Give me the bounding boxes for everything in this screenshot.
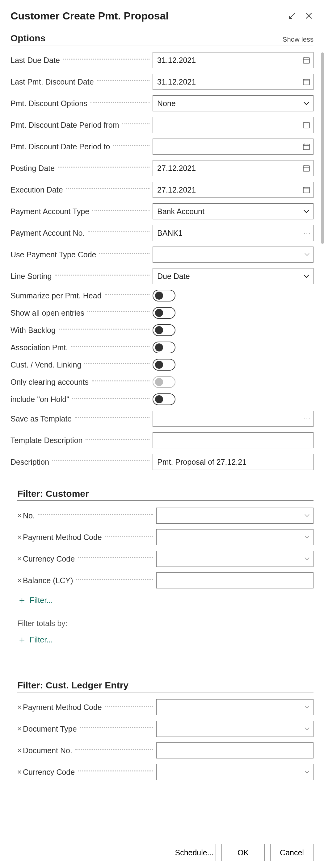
input-last-due-date[interactable]	[153, 52, 314, 68]
select-use-payment-type-code[interactable]	[153, 247, 314, 262]
toggle-cust-vend-linking[interactable]	[153, 359, 175, 371]
input-pmt-discount-date-to[interactable]	[153, 138, 314, 155]
input-template-description[interactable]	[153, 432, 314, 448]
select-line-sorting[interactable]	[153, 268, 314, 284]
label-pmt-discount-date-to: Pmt. Discount Date Period to	[10, 142, 110, 151]
toggle-only-clearing-accounts	[153, 376, 175, 388]
filter-customer-head: Filter: Customer	[17, 489, 314, 501]
add-filter-customer[interactable]: ＋ Filter...	[17, 594, 314, 607]
show-less-link[interactable]: Show less	[283, 35, 314, 43]
add-filter-totals-label: Filter...	[30, 636, 53, 644]
label-cle-document-no: Document No.	[23, 746, 72, 755]
add-filter-totals[interactable]: ＋ Filter...	[17, 633, 314, 646]
filter-cle-head: Filter: Cust. Ledger Entry	[17, 680, 314, 692]
add-filter-label: Filter...	[30, 596, 53, 605]
row-fc-no: × No.	[17, 507, 314, 524]
input-fc-payment-method-code[interactable]	[156, 529, 314, 545]
toggle-show-all-open-entries[interactable]	[153, 307, 175, 319]
row-fc-balance-lcy: × Balance (LCY)	[17, 572, 314, 588]
row-payment-account-type: Payment Account Type	[10, 203, 314, 219]
options-heading: Options	[10, 33, 46, 43]
scrollbar-thumb[interactable]	[321, 53, 324, 244]
row-cust-vend-linking: Cust. / Vend. Linking	[10, 359, 314, 371]
plus-icon: ＋	[17, 633, 27, 646]
toggle-summarize-per-pmt-head[interactable]	[153, 290, 175, 302]
input-fc-currency-code[interactable]	[156, 551, 314, 567]
label-last-due-date: Last Due Date	[10, 56, 60, 65]
row-execution-date: Execution Date	[10, 182, 314, 198]
label-execution-date: Execution Date	[10, 185, 63, 194]
remove-filter-icon[interactable]: ×	[17, 512, 22, 519]
row-use-payment-type-code: Use Payment Type Code	[10, 247, 314, 262]
dialog-header: Customer Create Pmt. Proposal	[10, 10, 314, 22]
label-posting-date: Posting Date	[10, 164, 55, 173]
row-association-pmt: Association Pmt.	[10, 342, 314, 353]
label-pmt-discount-options: Pmt. Discount Options	[10, 99, 87, 108]
select-payment-account-type[interactable]	[153, 203, 314, 219]
label-template-description: Template Description	[10, 436, 83, 445]
remove-filter-icon[interactable]: ×	[17, 725, 22, 733]
filter-customer-heading: Filter: Customer	[17, 489, 89, 499]
remove-filter-icon[interactable]: ×	[17, 704, 22, 711]
row-description: Description	[10, 454, 314, 470]
input-cle-document-type[interactable]	[156, 721, 314, 737]
row-with-backlog: With Backlog	[10, 324, 314, 336]
close-icon[interactable]	[305, 12, 314, 20]
row-only-clearing-accounts: Only clearing accounts	[10, 376, 314, 388]
row-last-pmt-discount-date: Last Pmt. Discount Date	[10, 74, 314, 90]
input-fc-balance-lcy[interactable]	[156, 572, 314, 588]
label-use-payment-type-code: Use Payment Type Code	[10, 250, 96, 259]
select-pmt-discount-options[interactable]	[153, 95, 314, 112]
plus-icon: ＋	[17, 594, 27, 607]
dialog-title: Customer Create Pmt. Proposal	[10, 10, 169, 22]
row-cle-payment-method-code: × Payment Method Code	[17, 699, 314, 715]
row-fc-currency-code: × Currency Code	[17, 551, 314, 567]
input-last-pmt-discount-date[interactable]	[153, 74, 314, 90]
row-payment-account-no: Payment Account No. ···	[10, 225, 314, 241]
remove-filter-icon[interactable]: ×	[17, 555, 22, 562]
label-payment-account-type: Payment Account Type	[10, 207, 89, 216]
remove-filter-icon[interactable]: ×	[17, 747, 22, 754]
input-cle-currency-code[interactable]	[156, 764, 314, 780]
row-pmt-discount-date-to: Pmt. Discount Date Period to	[10, 138, 314, 155]
label-summarize-per-pmt-head: Summarize per Pmt. Head	[10, 291, 101, 300]
remove-filter-icon[interactable]: ×	[17, 533, 22, 541]
label-cle-payment-method-code: Payment Method Code	[23, 703, 102, 712]
label-cle-currency-code: Currency Code	[23, 768, 75, 777]
row-line-sorting: Line Sorting	[10, 268, 314, 284]
row-template-description: Template Description	[10, 432, 314, 448]
label-include-on-hold: include "on Hold"	[10, 395, 69, 404]
filter-totals-label: Filter totals by:	[17, 619, 314, 628]
remove-filter-icon[interactable]: ×	[17, 577, 22, 584]
label-only-clearing-accounts: Only clearing accounts	[10, 378, 89, 386]
input-payment-account-no[interactable]	[153, 225, 314, 241]
row-save-as-template: Save as Template ···	[10, 411, 314, 427]
input-pmt-discount-date-from[interactable]	[153, 117, 314, 133]
options-section-head: Options Show less	[10, 33, 314, 45]
label-cle-document-type: Document Type	[23, 724, 77, 734]
row-include-on-hold: include "on Hold"	[10, 394, 314, 405]
input-description[interactable]	[153, 454, 314, 470]
label-cust-vend-linking: Cust. / Vend. Linking	[10, 361, 81, 369]
label-description: Description	[10, 458, 49, 467]
expand-icon[interactable]	[288, 12, 297, 20]
row-last-due-date: Last Due Date	[10, 52, 314, 68]
input-execution-date[interactable]	[153, 182, 314, 198]
remove-filter-icon[interactable]: ×	[17, 768, 22, 776]
row-pmt-discount-date-from: Pmt. Discount Date Period from	[10, 117, 314, 133]
toggle-association-pmt[interactable]	[153, 342, 175, 353]
label-line-sorting: Line Sorting	[10, 272, 52, 281]
toggle-with-backlog[interactable]	[153, 324, 175, 336]
row-fc-payment-method-code: × Payment Method Code	[17, 529, 314, 545]
input-cle-payment-method-code[interactable]	[156, 699, 314, 715]
row-cle-document-type: × Document Type	[17, 721, 314, 737]
toggle-include-on-hold[interactable]	[153, 394, 175, 405]
label-fc-currency-code: Currency Code	[23, 555, 75, 563]
label-with-backlog: With Backlog	[10, 326, 56, 335]
input-cle-document-no[interactable]	[156, 742, 314, 758]
input-fc-no[interactable]	[156, 507, 314, 524]
input-save-as-template[interactable]	[153, 411, 314, 427]
row-show-all-open-entries: Show all open entries	[10, 307, 314, 319]
filter-cle-heading: Filter: Cust. Ledger Entry	[17, 680, 128, 690]
input-posting-date[interactable]	[153, 160, 314, 176]
